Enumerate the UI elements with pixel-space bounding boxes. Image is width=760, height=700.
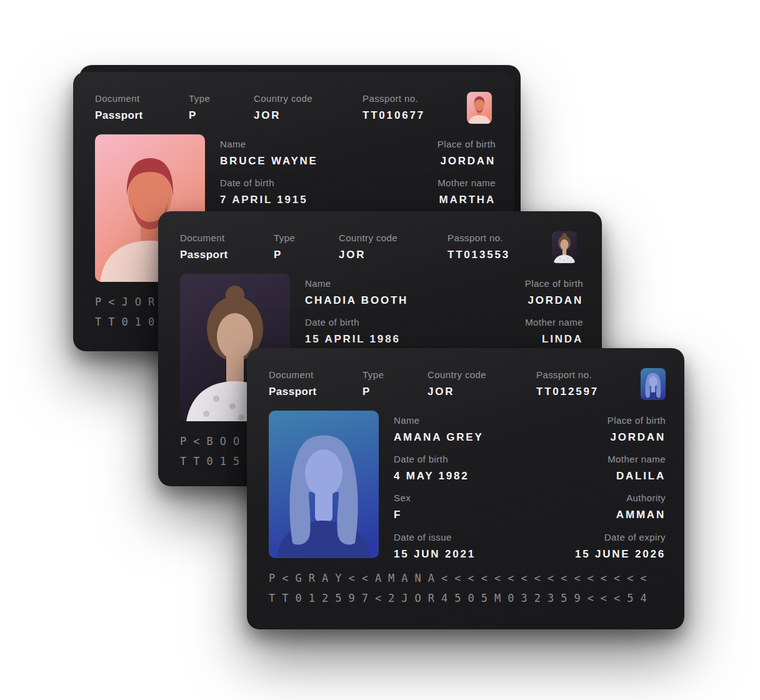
name-value: AMANA GREY: [394, 431, 484, 444]
passport-photo: [269, 411, 379, 558]
type-value: P: [362, 385, 384, 399]
mother-name-value: DALILA: [608, 469, 666, 483]
place-of-birth-label: Place of birth: [608, 414, 666, 427]
mother-name-label: Mother name: [525, 316, 583, 329]
passport-no-value: TT012597: [536, 385, 599, 399]
type-field: Type P: [274, 232, 295, 262]
name-value: BRUCE WAYNE: [220, 154, 318, 168]
passport-cards-stack: Document Passport Type P Country code JO…: [0, 0, 760, 700]
place-of-birth-field: Place of birth JORDAN: [525, 278, 583, 308]
sex-field: Sex F: [394, 492, 411, 522]
mother-name-label: Mother name: [608, 453, 666, 466]
date-of-birth-field: Date of birth 4 MAY 1982: [394, 453, 469, 483]
name-field: Name AMANA GREY: [394, 414, 484, 444]
mrz-line-1: P<BOO: [180, 435, 246, 448]
place-of-birth-value: JORDAN: [525, 294, 583, 308]
document-value: Passport: [269, 385, 317, 399]
place-of-birth-label: Place of birth: [438, 138, 496, 151]
mother-name-field: Mother name LINDA: [525, 316, 583, 346]
name-label: Name: [394, 414, 484, 427]
authority-value: AMMAN: [616, 508, 666, 522]
mrz-line-2: TT010: [95, 316, 161, 328]
place-of-birth-field: Place of birth JORDAN: [438, 138, 496, 168]
date-of-birth-value: 7 APRIL 1915: [220, 193, 308, 207]
country-code-field: Country code JOR: [254, 92, 312, 122]
passport-no-field: Passport no. TT010677: [362, 92, 425, 122]
passport-no-label: Passport no.: [362, 92, 425, 105]
passport-no-value: TT013553: [448, 248, 510, 262]
passport-thumbnail-photo: [552, 231, 577, 263]
mrz-line-1: P<JOR: [95, 296, 161, 308]
country-code-value: JOR: [339, 248, 398, 262]
date-of-birth-label: Date of birth: [394, 453, 469, 466]
detail-row: Date of birth 4 MAY 1982 Mother name DAL…: [394, 453, 666, 483]
date-of-birth-label: Date of birth: [220, 177, 308, 189]
country-code-field: Country code JOR: [428, 369, 486, 399]
type-label: Type: [274, 232, 295, 244]
type-value: P: [189, 109, 210, 122]
sex-label: Sex: [394, 492, 411, 504]
passport-no-field: Passport no. TT012597: [536, 369, 599, 399]
date-of-expiry-field: Date of expiry 15 JUNE 2026: [575, 531, 666, 561]
mother-name-value: LINDA: [525, 332, 583, 346]
mrz-line-2: TT012597<2JOR4505M032359<<<54: [269, 592, 654, 604]
date-of-expiry-value: 15 JUNE 2026: [575, 548, 666, 561]
type-label: Type: [362, 369, 384, 381]
place-of-birth-value: JORDAN: [608, 431, 666, 444]
mother-name-field: Mother name DALILA: [608, 453, 666, 483]
detail-row: Name AMANA GREY Place of birth JORDAN: [394, 414, 666, 444]
document-label: Document: [95, 92, 143, 105]
country-code-label: Country code: [339, 232, 398, 244]
date-of-issue-field: Date of issue 15 JUN 2021: [394, 531, 476, 561]
passport-card-amana-grey[interactable]: Document Passport Type P Country code JO…: [247, 348, 684, 629]
document-field: Document Passport: [95, 92, 143, 122]
passport-no-value: TT010677: [362, 109, 425, 122]
type-value: P: [274, 248, 295, 262]
detail-row: Date of birth 7 APRIL 1915 Mother name M…: [220, 177, 496, 207]
sex-value: F: [394, 508, 411, 522]
document-value: Passport: [180, 248, 228, 262]
name-field: Name CHADIA BOOTH: [305, 278, 408, 308]
mother-name-label: Mother name: [438, 177, 496, 189]
type-field: Type P: [189, 92, 210, 122]
mrz-line-1: P<GRAY<<AMANA<<<<<<<<<<<<<<<<: [269, 572, 654, 584]
document-field: Document Passport: [269, 369, 317, 399]
document-label: Document: [269, 369, 317, 381]
authority-field: Authority AMMAN: [616, 492, 666, 522]
name-label: Name: [305, 278, 408, 290]
passport-thumbnail-photo: [467, 92, 492, 124]
name-value: CHADIA BOOTH: [305, 294, 408, 308]
document-value: Passport: [95, 109, 143, 122]
date-of-issue-value: 15 JUN 2021: [394, 548, 476, 561]
type-label: Type: [189, 92, 210, 105]
document-label: Document: [180, 232, 228, 244]
date-of-birth-value: 4 MAY 1982: [394, 469, 469, 483]
detail-row: Name BRUCE WAYNE Place of birth JORDAN: [220, 138, 496, 168]
country-code-value: JOR: [428, 385, 486, 399]
detail-row: Date of birth 15 APRIL 1986 Mother name …: [305, 316, 583, 346]
date-of-birth-field: Date of birth 7 APRIL 1915: [220, 177, 308, 207]
passport-no-field: Passport no. TT013553: [448, 232, 510, 262]
country-code-field: Country code JOR: [339, 232, 398, 262]
passport-thumbnail-photo: [641, 368, 666, 400]
mrz-line-2: TT015: [180, 455, 246, 468]
country-code-value: JOR: [254, 109, 312, 122]
detail-row: Sex F Authority AMMAN: [394, 492, 666, 522]
authority-label: Authority: [616, 492, 666, 504]
date-of-birth-value: 15 APRIL 1986: [305, 332, 401, 346]
detail-row: Name CHADIA BOOTH Place of birth JORDAN: [305, 278, 583, 308]
name-field: Name BRUCE WAYNE: [220, 138, 318, 168]
place-of-birth-label: Place of birth: [525, 278, 583, 290]
date-of-birth-field: Date of birth 15 APRIL 1986: [305, 316, 401, 346]
passport-no-label: Passport no.: [448, 232, 510, 244]
country-code-label: Country code: [428, 369, 486, 381]
passport-no-label: Passport no.: [536, 369, 599, 381]
date-of-expiry-label: Date of expiry: [575, 531, 666, 544]
mother-name-value: MARTHA: [438, 193, 496, 207]
country-code-label: Country code: [254, 92, 312, 105]
date-of-issue-label: Date of issue: [394, 531, 476, 544]
place-of-birth-value: JORDAN: [438, 154, 496, 168]
name-label: Name: [220, 138, 318, 151]
type-field: Type P: [362, 369, 384, 399]
date-of-birth-label: Date of birth: [305, 316, 401, 329]
